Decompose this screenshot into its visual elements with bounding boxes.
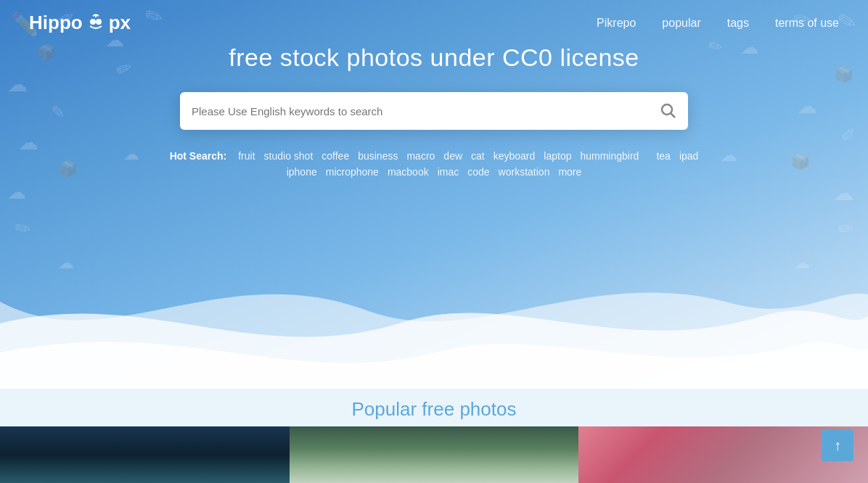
search-bar [180, 92, 688, 130]
svg-point-1 [96, 19, 102, 25]
tag-code[interactable]: code [467, 166, 489, 178]
tag-laptop[interactable]: laptop [544, 150, 571, 163]
photo-thumbnail-2[interactable] [290, 426, 579, 483]
nav-popular[interactable]: popular [662, 17, 700, 30]
logo-suffix: px [109, 12, 131, 34]
nav-pikrepo[interactable]: Pikrepo [597, 17, 636, 30]
tag-macro[interactable]: macro [406, 150, 435, 163]
scroll-top-icon: ↑ [834, 437, 841, 454]
scroll-to-top-button[interactable]: ↑ [822, 429, 853, 461]
photo-thumbnail-1[interactable] [0, 426, 290, 483]
tag-iphone[interactable]: iphone [287, 166, 317, 178]
header: Hippo px Pikrepo popular tags terms of u… [0, 0, 868, 46]
tag-fruit[interactable]: fruit [238, 150, 255, 163]
tag-studio-shot[interactable]: studio shot [264, 150, 314, 163]
nav-tags[interactable]: tags [727, 17, 749, 30]
tag-hummingbird[interactable]: hummingbird [580, 150, 639, 163]
search-button[interactable] [660, 103, 676, 119]
tag-business[interactable]: business [358, 150, 398, 163]
svg-line-6 [671, 114, 676, 118]
svg-point-0 [90, 19, 96, 25]
hot-search-container: Hot Search: fruit studio shot coffee bus… [162, 150, 706, 178]
search-icon [660, 103, 676, 119]
popular-section: Popular free photos [0, 385, 868, 421]
main-nav: Pikrepo popular tags terms of use [597, 17, 839, 30]
tag-imac[interactable]: imac [438, 166, 459, 178]
tag-workstation[interactable]: workstation [499, 166, 550, 178]
logo[interactable]: Hippo px [29, 12, 131, 34]
nav-terms[interactable]: terms of use [775, 17, 839, 30]
search-input[interactable] [192, 105, 660, 117]
hero-title: free stock photos under CC0 license [229, 44, 639, 72]
bottom-section: Popular free photos [0, 385, 868, 483]
tag-microphone[interactable]: microphone [326, 166, 379, 178]
hot-search-label: Hot Search: [170, 150, 227, 163]
tag-tea[interactable]: tea [656, 150, 670, 163]
tag-dew[interactable]: dew [443, 150, 462, 163]
wave-decoration [0, 244, 868, 389]
tag-keyboard[interactable]: keyboard [494, 150, 536, 163]
svg-point-5 [662, 104, 672, 115]
popular-title: Popular free photos [0, 398, 868, 421]
page-wrapper: ✏️ ✏ ☁ ✏ 📦 ☁ ✏ ☁ 📦 ☁ ✏ ☁ ✏ ✏ ☁ 📦 ☁ ✏ 📦 ☁… [0, 0, 868, 483]
tag-more[interactable]: more [558, 166, 581, 178]
photos-strip [0, 426, 868, 483]
logo-text: Hippo [29, 12, 83, 34]
tag-macbook[interactable]: macbook [388, 166, 429, 178]
tag-cat[interactable]: cat [471, 150, 485, 163]
logo-icon [86, 13, 106, 33]
tag-coffee[interactable]: coffee [322, 150, 349, 163]
tag-ipad[interactable]: ipad [679, 150, 698, 163]
